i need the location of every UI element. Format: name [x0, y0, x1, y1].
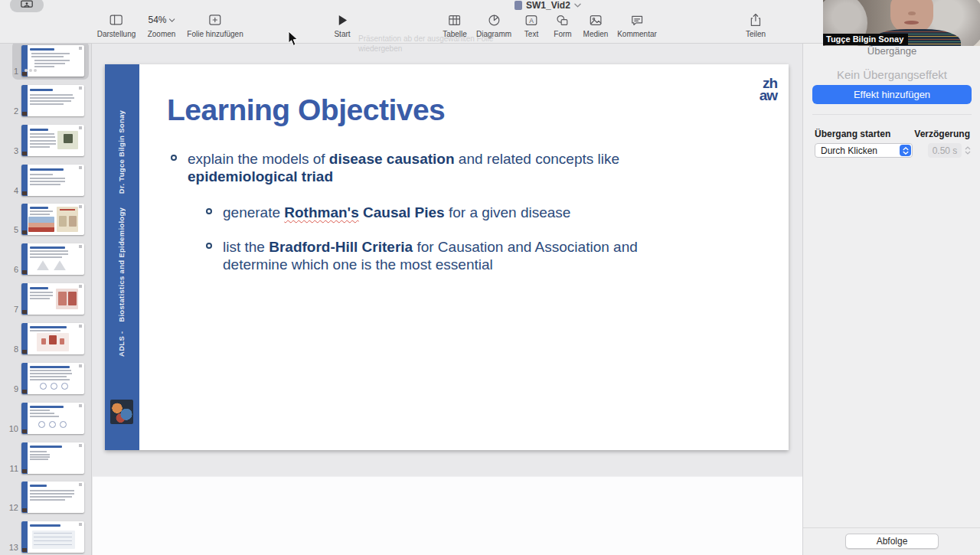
dropdown-stepper-icon	[900, 145, 911, 156]
zoom-value: 54%	[148, 15, 166, 25]
slide-thumbnail-5[interactable]	[21, 204, 84, 235]
next-slide-preview	[93, 476, 802, 555]
view-layout-icon	[109, 12, 124, 28]
start-transition-label: Übergang starten	[815, 129, 890, 139]
inspector-header: Übergänge	[803, 45, 980, 57]
toolbar-medien[interactable]: Medien	[583, 12, 609, 38]
screen-share-indicator[interactable]	[10, 0, 44, 12]
chevron-down-icon	[574, 3, 581, 8]
slide-vertical-text: ADLS - Biostatistics and Epidemiology Dr…	[113, 127, 130, 357]
slide-thumbnail-7[interactable]	[21, 283, 84, 315]
bullet-item: list the Bradford-Hill Criteria for Caus…	[204, 238, 766, 273]
slide-number: 5	[0, 225, 18, 234]
no-transition-label: Kein Übergangseffekt	[803, 68, 980, 81]
slide-navigator: 12345678910111213	[0, 44, 92, 555]
slide-thumbnail-11[interactable]	[21, 442, 84, 474]
slide-number: 4	[0, 186, 18, 195]
build-order-button[interactable]: Abfolge	[845, 534, 939, 549]
slide-accent-bar: ADLS - Biostatistics and Epidemiology Dr…	[105, 64, 139, 450]
keynote-window: SW1_Vid2 Darstellung 54% Zoomen Folie hi…	[0, 0, 980, 555]
slide-thumbnail-6[interactable]	[21, 243, 84, 275]
slide-number: 8	[0, 344, 18, 354]
slide-thumbnail-8[interactable]	[21, 323, 84, 354]
bullet-item: explain the models of disease causation …	[169, 150, 766, 185]
bullet-marker-icon	[206, 208, 212, 214]
slide-bar-thumbnail-image	[110, 400, 133, 424]
slide-number: 1	[0, 67, 18, 76]
slide-number: 6	[0, 265, 18, 274]
chart-pie-icon	[488, 12, 501, 28]
slide-thumbnail-1[interactable]	[21, 45, 84, 77]
window-titlebar[interactable]: SW1_Vid2	[514, 0, 581, 11]
share-icon	[750, 12, 762, 28]
slide-canvas: ADLS - Biostatistics and Epidemiology Dr…	[93, 44, 802, 555]
presenter-name-badge: Tugçe Bilgin Sonay	[823, 34, 908, 45]
display-person-icon	[20, 0, 34, 10]
slide-bullet-list[interactable]: explain the models of disease causation …	[169, 150, 766, 290]
webcam-overlay: Tugçe Bilgin Sonay	[823, 0, 980, 46]
mouse-cursor	[288, 31, 299, 50]
table-icon	[447, 12, 462, 28]
slide-thumbnail-13[interactable]	[21, 521, 84, 553]
delay-label: Verzögerung	[914, 129, 970, 139]
current-slide[interactable]: ADLS - Biostatistics and Epidemiology Dr…	[105, 64, 789, 450]
svg-text:A: A	[529, 16, 534, 24]
bullet-marker-icon	[206, 243, 212, 249]
add-slide-icon	[207, 12, 222, 28]
toolbar-zoomen[interactable]: 54% Zoomen	[148, 12, 176, 38]
zhaw-logo: zh aw	[745, 77, 777, 102]
slide-thumbnail-9[interactable]	[21, 363, 84, 394]
slide-number: 13	[0, 543, 18, 552]
slide-thumbnail-3[interactable]	[21, 125, 84, 156]
delay-stepper[interactable]	[963, 143, 972, 158]
toolbar-teilen[interactable]: Teilen	[746, 12, 766, 38]
bullet-marker-icon	[171, 155, 177, 161]
slide-number: 11	[0, 464, 18, 473]
toolbar-darstellung[interactable]: Darstellung	[97, 12, 136, 38]
shapes-icon	[556, 12, 570, 28]
transitions-inspector: Übergänge Kein Übergangseffekt Effekt hi…	[802, 44, 980, 555]
document-icon	[514, 1, 522, 10]
slide-thumbnail-12[interactable]	[21, 482, 84, 513]
slide-number: 7	[0, 305, 18, 314]
bullet-item: generate Rothman's Causal Pies for a giv…	[204, 204, 766, 221]
slide-number: 3	[0, 146, 18, 155]
divider	[803, 527, 980, 528]
add-effect-button[interactable]: Effekt hinzufügen	[812, 85, 972, 104]
slide-number: 2	[0, 106, 18, 116]
slide-thumbnail-4[interactable]	[21, 165, 84, 196]
toolbar-form[interactable]: Form	[554, 12, 571, 38]
start-transition-dropdown[interactable]: Durch Klicken	[815, 143, 913, 158]
fading-tooltip: Präsentation ab der ausgewählten Folie w…	[358, 34, 493, 54]
slide-thumbnail-2[interactable]	[21, 85, 84, 116]
window-title: SW1_Vid2	[526, 0, 570, 11]
slide-number: 12	[0, 503, 18, 512]
comment-icon	[630, 12, 644, 28]
divider	[812, 114, 972, 115]
slide-title[interactable]: Learning Objectives	[167, 93, 445, 127]
toolbar-text[interactable]: A Text	[524, 12, 539, 38]
media-image-icon	[589, 12, 603, 28]
slide-number: 10	[0, 424, 18, 433]
slide-number: 9	[0, 384, 18, 393]
delay-input[interactable]: 0.50 s	[928, 143, 962, 158]
slide-thumbnail-10[interactable]	[21, 403, 84, 434]
chevron-down-icon	[169, 18, 175, 22]
toolbar-start[interactable]: Start	[334, 12, 350, 38]
toolbar-kommentar[interactable]: Kommentar	[617, 12, 657, 38]
text-icon: A	[524, 12, 539, 28]
zoom-level-control: 54%	[148, 12, 175, 28]
toolbar-folie-hinzufuegen[interactable]: Folie hinzufügen	[187, 12, 243, 38]
play-icon	[337, 12, 348, 28]
